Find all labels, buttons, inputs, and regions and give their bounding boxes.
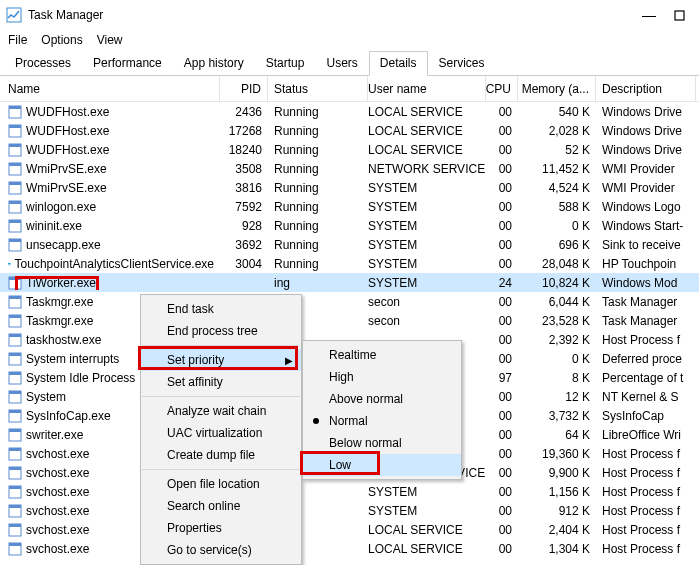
- menu-view[interactable]: View: [97, 33, 123, 47]
- table-row[interactable]: WmiPrvSE.exe3508RunningNETWORK SERVICE00…: [0, 159, 699, 178]
- table-row[interactable]: svchost.exeingLOCAL SERVICE002,404 KHost…: [0, 520, 699, 539]
- cell-user: LOCAL SERVICE: [368, 542, 486, 556]
- cell-user: LOCAL SERVICE: [368, 124, 486, 138]
- menu-item-realtime[interactable]: Realtime: [303, 344, 461, 366]
- table-row[interactable]: WUDFHost.exe2436RunningLOCAL SERVICE0054…: [0, 102, 699, 121]
- table-row[interactable]: hpTouchpointAnalyticsClientService.exe30…: [0, 254, 699, 273]
- table-row[interactable]: svchost.exeingSYSTEM00912 KHost Process …: [0, 501, 699, 520]
- process-name: TiWorker.exe: [26, 276, 96, 290]
- chevron-right-icon: ▶: [285, 355, 293, 366]
- cell-cpu: 00: [486, 124, 518, 138]
- process-icon: [8, 371, 22, 385]
- cell-memory: 28,048 K: [518, 257, 596, 271]
- cell-description: Task Manager: [596, 295, 696, 309]
- col-memory[interactable]: Memory (a...: [518, 76, 596, 101]
- col-user[interactable]: User name: [368, 76, 486, 101]
- process-icon: [8, 105, 22, 119]
- priority-submenu: RealtimeHighAbove normalNormalBelow norm…: [302, 340, 462, 480]
- cell-cpu: 97: [486, 371, 518, 385]
- menu-item-analyze-wait-chain[interactable]: Analyze wait chain: [141, 400, 301, 422]
- cell-memory: 1,304 K: [518, 542, 596, 556]
- svg-text:hp: hp: [8, 262, 11, 264]
- menu-item-set-priority[interactable]: Set priority▶: [141, 349, 301, 371]
- cell-pid: 3508: [220, 162, 268, 176]
- menu-item-end-process-tree[interactable]: End process tree: [141, 320, 301, 342]
- process-icon: [8, 276, 22, 290]
- table-row[interactable]: winlogon.exe7592RunningSYSTEM00588 KWind…: [0, 197, 699, 216]
- menu-item-uac-virtualization: UAC virtualization: [141, 422, 301, 444]
- cell-cpu: 00: [486, 466, 518, 480]
- tab-startup[interactable]: Startup: [255, 51, 316, 76]
- menu-item-label: Open file location: [167, 477, 260, 491]
- menu-item-search-online[interactable]: Search online: [141, 495, 301, 517]
- menu-item-label: UAC virtualization: [167, 426, 262, 440]
- context-menu: End taskEnd process treeSet priority▶Set…: [140, 294, 302, 565]
- cell-description: Host Process f: [596, 523, 696, 537]
- col-status[interactable]: Status: [268, 76, 368, 101]
- window-title: Task Manager: [28, 8, 643, 22]
- table-row[interactable]: WmiPrvSE.exe3816RunningSYSTEM004,524 KWM…: [0, 178, 699, 197]
- menu-item-properties[interactable]: Properties: [141, 517, 301, 539]
- table-row[interactable]: svchost.exeingSYSTEM001,156 KHost Proces…: [0, 482, 699, 501]
- cell-cpu: 00: [486, 143, 518, 157]
- table-row[interactable]: Taskmgr.exeingsecon006,044 KTask Manager: [0, 292, 699, 311]
- col-description[interactable]: Description: [596, 76, 696, 101]
- cell-description: Windows Mod: [596, 276, 696, 290]
- menu-file[interactable]: File: [8, 33, 27, 47]
- menu-item-set-affinity[interactable]: Set affinity: [141, 371, 301, 393]
- menu-item-below-normal[interactable]: Below normal: [303, 432, 461, 454]
- cell-memory: 0 K: [518, 219, 596, 233]
- tab-users[interactable]: Users: [315, 51, 368, 76]
- table-row[interactable]: unsecapp.exe3692RunningSYSTEM00696 KSink…: [0, 235, 699, 254]
- menu-item-label: Set affinity: [167, 375, 223, 389]
- cell-cpu: 00: [486, 333, 518, 347]
- table-row[interactable]: svchost.exeingLOCAL SERVICE001,304 KHost…: [0, 539, 699, 558]
- table-row[interactable]: WUDFHost.exe17268RunningLOCAL SERVICE002…: [0, 121, 699, 140]
- menu-item-above-normal[interactable]: Above normal: [303, 388, 461, 410]
- col-name[interactable]: Name: [8, 76, 220, 101]
- menu-item-high[interactable]: High: [303, 366, 461, 388]
- tab-processes[interactable]: Processes: [4, 51, 82, 76]
- taskmanager-icon: [6, 7, 22, 23]
- cell-user: LOCAL SERVICE: [368, 143, 486, 157]
- cell-description: SysInfoCap: [596, 409, 696, 423]
- tab-app-history[interactable]: App history: [173, 51, 255, 76]
- table-row[interactable]: WUDFHost.exe18240RunningLOCAL SERVICE005…: [0, 140, 699, 159]
- menu-item-end-task[interactable]: End task: [141, 298, 301, 320]
- maximize-button[interactable]: [673, 9, 685, 21]
- process-name: Taskmgr.exe: [26, 314, 93, 328]
- col-cpu[interactable]: CPU: [486, 76, 518, 101]
- minimize-button[interactable]: —: [643, 9, 655, 21]
- svg-rect-11: [9, 182, 21, 185]
- process-name: svchost.exe: [26, 466, 89, 480]
- process-name: winlogon.exe: [26, 200, 96, 214]
- cell-user: SYSTEM: [368, 485, 486, 499]
- process-name: TouchpointAnalyticsClientService.exe: [15, 257, 214, 271]
- process-icon: [8, 314, 22, 328]
- menu-item-label: Go to service(s): [167, 543, 252, 557]
- menu-item-normal[interactable]: Normal: [303, 410, 461, 432]
- cell-memory: 540 K: [518, 105, 596, 119]
- cell-memory: 9,900 K: [518, 466, 596, 480]
- table-row[interactable]: TiWorker.exeingSYSTEM2410,824 KWindows M…: [0, 273, 699, 292]
- table-row[interactable]: Taskmgr.exeingsecon0023,528 KTask Manage…: [0, 311, 699, 330]
- svg-rect-45: [9, 505, 21, 508]
- menu-item-create-dump-file[interactable]: Create dump file: [141, 444, 301, 466]
- menu-item-low[interactable]: Low: [303, 454, 461, 476]
- table-row[interactable]: wininit.exe928RunningSYSTEM000 KWindows …: [0, 216, 699, 235]
- cell-user: SYSTEM: [368, 181, 486, 195]
- cell-status: Running: [268, 105, 368, 119]
- svg-rect-15: [9, 220, 21, 223]
- menu-options[interactable]: Options: [41, 33, 82, 47]
- menu-item-go-to-service-s-[interactable]: Go to service(s): [141, 539, 301, 561]
- col-pid[interactable]: PID: [220, 76, 268, 101]
- process-name: WUDFHost.exe: [26, 105, 109, 119]
- hp-icon: hp: [8, 257, 11, 271]
- tab-details[interactable]: Details: [369, 51, 428, 76]
- tab-services[interactable]: Services: [428, 51, 496, 76]
- tab-performance[interactable]: Performance: [82, 51, 173, 76]
- cell-description: Host Process f: [596, 466, 696, 480]
- menu-item-open-file-location[interactable]: Open file location: [141, 473, 301, 495]
- menu-item-label: High: [329, 370, 354, 384]
- cell-user: SYSTEM: [368, 504, 486, 518]
